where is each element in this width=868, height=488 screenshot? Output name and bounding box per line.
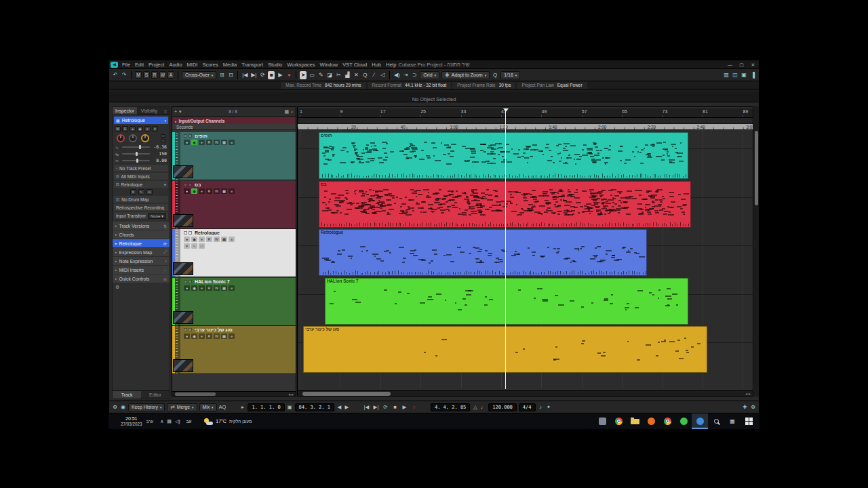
play-icon[interactable]: ▶ (277, 71, 283, 79)
monitor-knob[interactable] (129, 134, 137, 142)
metronome-icon[interactable]: △ (472, 404, 478, 410)
cycle-icon[interactable]: ⟳ (382, 404, 389, 410)
add-module-icon[interactable]: ✚ (742, 404, 748, 410)
menu-edit[interactable]: Edit (135, 62, 144, 68)
v-scroll-thumb[interactable] (755, 131, 758, 205)
info-record-format[interactable]: Record Format44.1 kHz - 32 bit float (368, 82, 452, 89)
inspector-setup-icon[interactable]: ≡ (161, 107, 170, 115)
track-row-4[interactable]: HALion Sonic 7●◉eRW▤≡ (172, 278, 296, 326)
marker-icon[interactable]: ⊟ (227, 71, 234, 79)
zoom-preset-icon[interactable]: ◂ ▸ (288, 392, 294, 396)
input-transformer-row[interactable]: Input Transformer None ▾ (114, 212, 168, 219)
delay-slider[interactable] (122, 160, 150, 161)
inspector-section-quick-controls[interactable]: ▸Quick Controls◎ (113, 274, 170, 283)
inspector-section-note-expression[interactable]: ▸Note Expression♪ (113, 257, 170, 265)
wave-icon[interactable]: ∿ (138, 189, 144, 195)
seconds-ruler[interactable]: 20401:001:201:402:002:202:403:0 (298, 124, 753, 130)
autoscroll-icon[interactable]: ⇥ (402, 71, 409, 79)
drum-map-row[interactable]: ◫ No Drum Map (114, 196, 168, 203)
track-enable-checkbox[interactable] (184, 183, 187, 186)
bank-icon[interactable]: ▭ (146, 189, 153, 195)
menu-vst-cloud[interactable]: VST Cloud (342, 62, 367, 68)
quantize-icon[interactable]: Q (492, 71, 498, 79)
whatsapp-icon[interactable] (675, 413, 692, 429)
edge-icon[interactable] (692, 413, 708, 429)
record-arm-icon[interactable]: ● (184, 285, 190, 291)
midi-clip-halion-sonic-7[interactable]: HALion Sonic 7 (325, 278, 688, 325)
write-icon[interactable]: W (214, 333, 220, 339)
crossfade-select[interactable]: Cross-Over▾ (182, 71, 216, 79)
read-icon[interactable]: R (206, 237, 212, 242)
lane-icon[interactable]: ▤ (221, 188, 227, 194)
inspector-section-retrologue[interactable]: ▸Retrologue⟳ (113, 239, 170, 247)
stop-icon[interactable]: ■ (268, 71, 275, 79)
speaker-icon[interactable]: ◀) (393, 71, 400, 79)
track-lock-checkbox[interactable] (189, 134, 192, 138)
midi-input-row[interactable]: ⊙ All MIDI Inputs (114, 173, 168, 180)
punch-mode-icon[interactable]: ◉ (120, 404, 126, 410)
instrument-thumbnail[interactable] (173, 311, 193, 324)
secondary-position-display[interactable]: 84. 3. 2. 1 (295, 403, 334, 411)
go-to-next-marker-icon[interactable]: ▶| (373, 404, 379, 410)
tempo-display[interactable]: 120.000 (488, 403, 517, 411)
channel-select-icon[interactable]: ▾ (130, 189, 136, 195)
track-lock-checkbox[interactable] (189, 231, 192, 235)
nudge-right-icon[interactable]: ▶ (344, 404, 350, 410)
edit-channel-icon[interactable]: e (144, 126, 151, 131)
instrument-thumbnail[interactable] (173, 214, 193, 227)
read-icon[interactable]: R (206, 140, 212, 145)
record-enable-icon[interactable]: ● (130, 126, 136, 131)
record-arm-icon[interactable]: ● (184, 188, 190, 194)
tab-inspector[interactable]: Inspector (113, 107, 137, 115)
track-lock-checkbox[interactable] (189, 183, 192, 186)
primary-position-display[interactable]: 1. 1. 1. 0 (248, 403, 284, 411)
start-button[interactable] (741, 413, 757, 429)
edit-channel-icon[interactable]: e (199, 285, 205, 291)
midi-output-row[interactable]: ⊡ Retrologue e (114, 181, 168, 188)
range-selection-tool-icon[interactable]: ▭ (309, 71, 315, 79)
track-enable-checkbox[interactable] (184, 231, 187, 235)
edit-channel-icon[interactable]: e (199, 140, 205, 145)
history-select[interactable]: Keep History▾ (128, 403, 165, 411)
audition-tool-icon[interactable]: ◁ (379, 71, 386, 79)
track-row-2[interactable]: בס●◉eRW▤≡ (172, 181, 296, 229)
menu-hub[interactable]: Hub (372, 62, 381, 68)
menu-window[interactable]: Window (319, 62, 338, 68)
playhead[interactable] (505, 108, 506, 389)
menu-icon[interactable]: ≡ (229, 285, 235, 291)
lane-icon[interactable]: ▤ (221, 285, 227, 291)
menu-file[interactable]: File (122, 62, 130, 68)
track-row-1[interactable]: תופים●◉eRW▤≡ (172, 132, 296, 180)
write-icon[interactable]: W (214, 237, 220, 242)
instrument-thumbnail[interactable] (173, 165, 193, 178)
line-tool-icon[interactable]: ∕ (370, 71, 377, 79)
bar-ruler[interactable]: 1917253341495765738189 (298, 108, 753, 118)
stop-icon[interactable]: ■ (392, 404, 398, 410)
write-icon[interactable]: W (214, 140, 220, 145)
inspector-section-midi-inserts[interactable]: ▸MIDI Inserts→ (113, 266, 170, 274)
track-enable-checkbox[interactable] (184, 280, 187, 283)
edit-channel-icon[interactable]: e (199, 237, 205, 242)
task-view-icon[interactable]: ▦ (724, 413, 741, 429)
menu-icon[interactable]: ≡ (229, 188, 235, 194)
firefox-icon[interactable] (643, 413, 659, 429)
part-icon[interactable]: ▭ (199, 243, 205, 249)
open-pool-icon[interactable]: ◫ (732, 71, 738, 79)
menu-workspaces[interactable]: Workspaces (287, 62, 315, 68)
volume-slider[interactable] (122, 146, 150, 148)
aq-button[interactable]: AQ (219, 404, 226, 410)
inspector-gear-icon[interactable]: ⚙ (113, 283, 170, 292)
record-icon[interactable]: ○ (411, 404, 417, 410)
play-icon[interactable]: ▶ (401, 404, 408, 410)
menu-icon[interactable]: ≡ (229, 333, 235, 339)
zoom-tool-icon[interactable]: Q (361, 71, 368, 79)
right-zone-icon[interactable]: ▐ (749, 71, 756, 79)
h-zoom-icons[interactable]: ◂ ▸ (745, 391, 751, 396)
edit-instrument-icon[interactable]: e (164, 182, 166, 186)
monitor-icon[interactable]: ◉ (137, 126, 143, 131)
tab-track[interactable]: Track (113, 391, 141, 399)
menu-audio[interactable]: Audio (169, 62, 182, 68)
menu-icon[interactable]: ≡ (229, 140, 235, 145)
track-row-3[interactable]: Retrologue●◉eRW▤≡▾∿▭ (172, 229, 296, 277)
track-preset-row[interactable]: ◦ No Track Preset (114, 165, 168, 171)
